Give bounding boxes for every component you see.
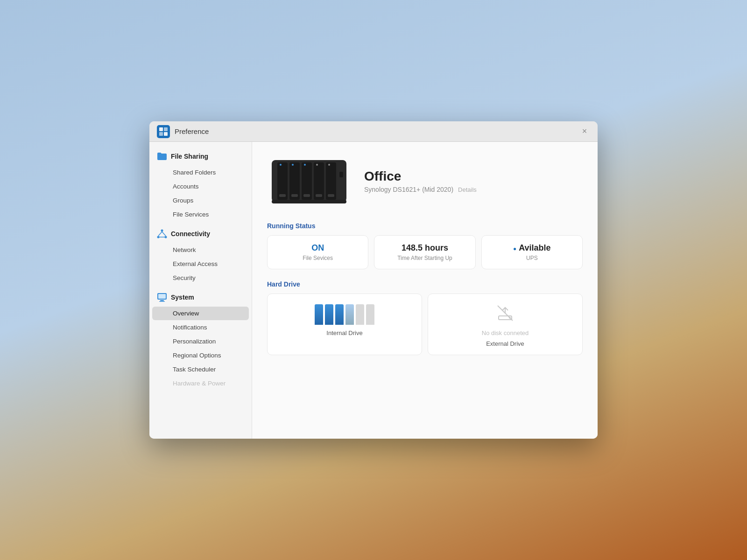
- status-card-sub-uptime: Time After Starting Up: [384, 255, 465, 261]
- svg-rect-3: [164, 132, 168, 136]
- external-drive-label: External Drive: [437, 340, 573, 347]
- device-info: Office Synology DS1621+ (Mid 2020) Detai…: [364, 169, 583, 193]
- svg-rect-20: [279, 194, 286, 197]
- drive-slot-3: [335, 304, 344, 325]
- svg-point-28: [316, 164, 318, 166]
- sidebar-item-regional-options[interactable]: Regional Options: [152, 349, 249, 362]
- sidebar-item-accounts[interactable]: Accounts: [152, 180, 249, 193]
- status-card-uptime: 148.5 hours Time After Starting Up: [374, 235, 475, 269]
- sidebar-section-system: System Overview Notifications Personaliz…: [149, 288, 252, 390]
- sidebar-item-external-access[interactable]: External Access: [152, 257, 249, 271]
- status-card-sub-file-services: File Sevices: [277, 255, 359, 261]
- external-drive-visual: [437, 301, 573, 325]
- sidebar-item-file-services[interactable]: File Services: [152, 208, 249, 221]
- drive-cards-row: Internal Drive No disk conneted: [267, 294, 583, 355]
- svg-rect-0: [159, 127, 163, 131]
- device-name: Office: [364, 169, 583, 184]
- sidebar-item-personalization[interactable]: Personalization: [152, 335, 249, 348]
- drive-slot-2: [325, 304, 333, 325]
- system-icon: [157, 292, 167, 302]
- device-model-text: Synology DS1621+ (Mid 2020): [364, 186, 453, 193]
- connectivity-icon: [157, 229, 167, 239]
- file-sharing-label: File Sharing: [171, 153, 208, 160]
- nas-image: [267, 153, 351, 209]
- titlebar: Preference ×: [149, 121, 598, 142]
- sidebar: File Sharing Shared Folders Accounts Gro…: [149, 142, 252, 439]
- svg-line-8: [162, 232, 166, 236]
- main-layout: File Sharing Shared Folders Accounts Gro…: [149, 142, 598, 439]
- svg-line-7: [158, 232, 162, 236]
- content-area: Office Synology DS1621+ (Mid 2020) Detai…: [252, 142, 598, 439]
- svg-rect-22: [303, 194, 310, 197]
- sidebar-item-task-scheduler[interactable]: Task Scheduler: [152, 363, 249, 376]
- svg-point-25: [280, 164, 282, 166]
- preference-window: Preference × File Sharing Shared Folders…: [149, 121, 598, 439]
- status-card-sub-ups: UPS: [491, 255, 573, 261]
- close-button[interactable]: ×: [579, 126, 590, 137]
- internal-drive-visual: [277, 301, 412, 325]
- drive-slot-5: [356, 304, 364, 325]
- no-disk-icon: [495, 303, 515, 323]
- sidebar-section-connectivity: Connectivity Network External Access Sec…: [149, 225, 252, 285]
- sidebar-section-header-system: System: [149, 288, 252, 306]
- app-icon-svg: [159, 127, 168, 136]
- sidebar-item-groups[interactable]: Groups: [152, 194, 249, 207]
- svg-rect-21: [291, 194, 298, 197]
- no-disk-text: No disk conneted: [437, 329, 573, 336]
- status-card-main-uptime: 148.5 hours: [384, 243, 465, 253]
- sidebar-section-header-connectivity: Connectivity: [149, 225, 252, 243]
- drive-slot-1: [315, 304, 323, 325]
- svg-point-26: [292, 164, 294, 166]
- svg-point-27: [304, 164, 306, 166]
- details-link[interactable]: Details: [458, 186, 477, 193]
- sidebar-section-header-file-sharing: File Sharing: [149, 147, 252, 165]
- svg-rect-12: [160, 300, 164, 301]
- sidebar-item-hardware-power[interactable]: Hardware & Power: [152, 377, 249, 390]
- sidebar-item-overview[interactable]: Overview: [152, 307, 249, 320]
- external-drive-card: No disk conneted External Drive: [428, 294, 583, 355]
- sidebar-item-security[interactable]: Security: [152, 271, 249, 285]
- svg-rect-2: [159, 132, 163, 136]
- svg-rect-31: [339, 172, 343, 177]
- system-label: System: [171, 294, 194, 301]
- status-cards-row: ON File Sevices 148.5 hours Time After S…: [267, 235, 583, 269]
- drive-slot-6: [366, 304, 374, 325]
- window-title: Preference: [175, 127, 209, 135]
- sidebar-item-shared-folders[interactable]: Shared Folders: [152, 166, 249, 179]
- svg-point-29: [328, 164, 330, 166]
- connectivity-label: Connectivity: [171, 230, 210, 238]
- titlebar-left: Preference: [157, 125, 209, 138]
- svg-rect-30: [272, 200, 346, 203]
- hard-drive-title: Hard Drive: [267, 280, 583, 288]
- running-status-title: Running Status: [267, 222, 583, 230]
- svg-rect-11: [158, 294, 166, 299]
- status-card-ups: Avilable UPS: [481, 235, 583, 269]
- sidebar-item-notifications[interactable]: Notifications: [152, 321, 249, 334]
- device-header: Office Synology DS1621+ (Mid 2020) Detai…: [267, 153, 583, 209]
- svg-rect-23: [316, 194, 322, 197]
- internal-drive-card: Internal Drive: [267, 294, 422, 355]
- internal-drive-label: Internal Drive: [277, 329, 412, 336]
- folder-icon: [157, 151, 167, 161]
- svg-rect-13: [159, 301, 165, 302]
- status-card-main-ups: Avilable: [491, 243, 573, 253]
- drive-slot-4: [345, 304, 354, 325]
- device-model: Synology DS1621+ (Mid 2020) Details: [364, 186, 583, 193]
- status-card-main-file-services: ON: [277, 243, 359, 253]
- svg-point-4: [161, 230, 163, 232]
- svg-rect-1: [164, 127, 168, 131]
- status-card-file-services: ON File Sevices: [267, 235, 368, 269]
- app-icon: [157, 125, 170, 138]
- sidebar-section-file-sharing: File Sharing Shared Folders Accounts Gro…: [149, 147, 252, 221]
- svg-rect-24: [328, 194, 334, 197]
- sidebar-item-network[interactable]: Network: [152, 243, 249, 257]
